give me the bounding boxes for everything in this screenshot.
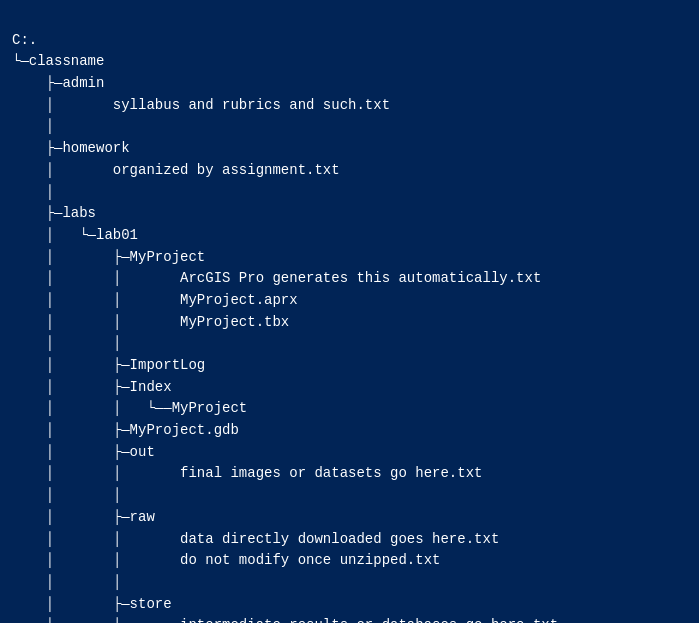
tree-line: │ │ [12, 572, 687, 594]
tree-line: │ │ do not modify once unzipped.txt [12, 550, 687, 572]
tree-line: │ │ [12, 333, 687, 355]
tree-line: │ ├—MyProject [12, 247, 687, 269]
tree-line: │ │ final images or datasets go here.txt [12, 463, 687, 485]
tree-line: │ └—lab01 [12, 225, 687, 247]
tree-line: │ │ data directly downloaded goes here.t… [12, 529, 687, 551]
tree-line: │ [12, 182, 687, 204]
tree-line: │ ├—MyProject.gdb [12, 420, 687, 442]
tree-line: │ ├—store [12, 594, 687, 616]
tree-line: │ organized by assignment.txt [12, 160, 687, 182]
tree-line: C:. [12, 30, 687, 52]
tree-line: │ │ [12, 485, 687, 507]
tree-line: │ │ intermediate results or databases go… [12, 615, 687, 623]
tree-line: │ syllabus and rubrics and such.txt [12, 95, 687, 117]
tree-line: ├—labs [12, 203, 687, 225]
tree-line: │ ├—out [12, 442, 687, 464]
tree-line: ├—homework [12, 138, 687, 160]
tree-line: │ │ MyProject.aprx [12, 290, 687, 312]
tree-line: │ [12, 116, 687, 138]
tree-line: │ ├—raw [12, 507, 687, 529]
tree-line: │ ├—ImportLog [12, 355, 687, 377]
tree-line: │ ├—Index [12, 377, 687, 399]
tree-line: │ │ ArcGIS Pro generates this automatica… [12, 268, 687, 290]
tree-line: └—classname [12, 51, 687, 73]
tree-line: ├—admin [12, 73, 687, 95]
tree-line: │ │ MyProject.tbx [12, 312, 687, 334]
tree-line: │ │ └——MyProject [12, 398, 687, 420]
file-tree: C:.└—classname ├—admin │ syllabus and ru… [12, 8, 687, 623]
